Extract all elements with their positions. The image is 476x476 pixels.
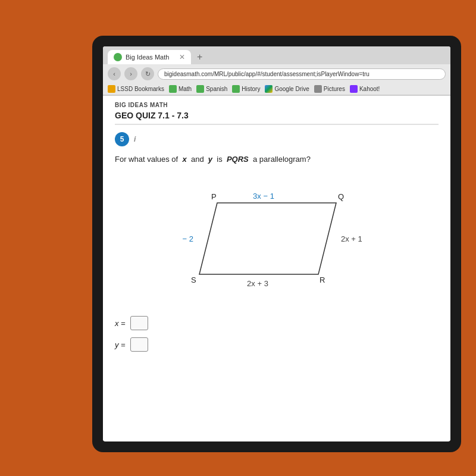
tab-bar: Big Ideas Math ✕ + <box>103 46 450 64</box>
page-content: BIG IDEAS MATH GEO QUIZ 7.1 - 7.3 5 i Fo… <box>103 96 450 440</box>
answer-x-label: x = <box>115 319 126 328</box>
bookmark-history[interactable]: History <box>232 85 260 93</box>
tab-favicon <box>114 53 122 61</box>
question-end: a parallelogram? <box>253 155 311 164</box>
bookmark-drive-label: Google Drive <box>274 86 309 92</box>
svg-marker-0 <box>199 203 336 274</box>
vertex-q-label: Q <box>338 192 344 201</box>
tab-label: Big Ideas Math <box>126 54 176 61</box>
bookmark-pictures-label: Pictures <box>324 86 345 92</box>
question-number: 5 <box>115 132 129 146</box>
bookmark-history-icon <box>232 85 240 93</box>
bookmarks-bar: LSSD Bookmarks Math Spanish History Goog… <box>103 83 450 95</box>
new-tab-button[interactable]: + <box>193 52 206 62</box>
answer-x-box[interactable] <box>130 316 148 330</box>
question-mid: and <box>191 155 204 164</box>
bookmark-math-label: Math <box>178 86 192 92</box>
bookmark-kahoot-label: Kahoot! <box>359 86 380 92</box>
bookmark-lssd-label: LSSD Bookmarks <box>117 86 164 92</box>
site-header: BIG IDEAS MATH <box>115 102 439 108</box>
bookmark-kahoot-icon <box>350 85 358 93</box>
answer-x-row: x = <box>115 316 439 330</box>
vertex-r-label: R <box>320 275 325 284</box>
bookmark-lssd-icon <box>108 85 115 93</box>
quiz-title: GEO QUIZ 7.1 - 7.3 <box>115 111 439 125</box>
bookmark-lssd[interactable]: LSSD Bookmarks <box>108 85 164 93</box>
answer-y-box[interactable] <box>130 337 148 352</box>
var-y: y <box>208 155 212 164</box>
question-prefix: For what values of <box>115 155 178 164</box>
bookmark-drive[interactable]: Google Drive <box>265 85 309 93</box>
bookmark-math[interactable]: Math <box>169 85 192 93</box>
bookmark-kahoot[interactable]: Kahoot! <box>350 85 380 93</box>
var-x: x <box>182 155 186 164</box>
vertex-p-label: P <box>211 192 217 201</box>
right-edge-label: 2x + 1 <box>341 234 362 243</box>
address-bar-row: ‹ › ↻ bigideasmath.com/MRL/public/app/#/… <box>103 64 450 83</box>
active-tab[interactable]: Big Ideas Math ✕ <box>108 50 191 64</box>
diagram-svg: P Q R S 3x − 1 2x + 1 2x + 3 y − 2 <box>181 173 372 304</box>
bookmark-math-icon <box>169 85 177 93</box>
question-suffix: is <box>217 155 222 164</box>
vertex-s-label: S <box>191 275 196 284</box>
shape-name: PQRS <box>227 155 249 164</box>
top-edge-label: 3x − 1 <box>253 192 274 201</box>
bottom-edge-label: 2x + 3 <box>247 279 268 288</box>
bookmark-pictures[interactable]: Pictures <box>314 85 345 93</box>
forward-button[interactable]: › <box>124 67 137 80</box>
question-text: For what values of x and y is PQRS a par… <box>115 155 439 164</box>
bookmark-spanish-label: Spanish <box>206 86 227 92</box>
browser-screen: Big Ideas Math ✕ + ‹ › ↻ bigideasmath.co… <box>103 46 450 441</box>
back-button[interactable]: ‹ <box>108 67 121 80</box>
info-icon: i <box>134 135 136 143</box>
question-header: 5 i <box>115 132 439 146</box>
left-edge-label: y − 2 <box>181 234 193 243</box>
browser-chrome: Big Ideas Math ✕ + ‹ › ↻ bigideasmath.co… <box>103 46 450 96</box>
device-frame: Big Ideas Math ✕ + ‹ › ↻ bigideasmath.co… <box>92 36 461 452</box>
answer-y-row: y = <box>115 337 439 352</box>
address-bar[interactable]: bigideasmath.com/MRL/public/app/#/studen… <box>158 68 446 80</box>
tab-close-button[interactable]: ✕ <box>179 53 185 61</box>
bookmark-drive-icon <box>265 85 273 93</box>
bookmark-history-label: History <box>242 86 260 92</box>
bookmark-spanish[interactable]: Spanish <box>196 85 227 93</box>
parallelogram-diagram: P Q R S 3x − 1 2x + 1 2x + 3 y − 2 <box>181 173 372 304</box>
bookmark-pictures-icon <box>314 85 322 93</box>
reload-button[interactable]: ↻ <box>141 67 154 80</box>
answer-y-label: y = <box>115 340 126 349</box>
bookmark-spanish-icon <box>196 85 204 93</box>
